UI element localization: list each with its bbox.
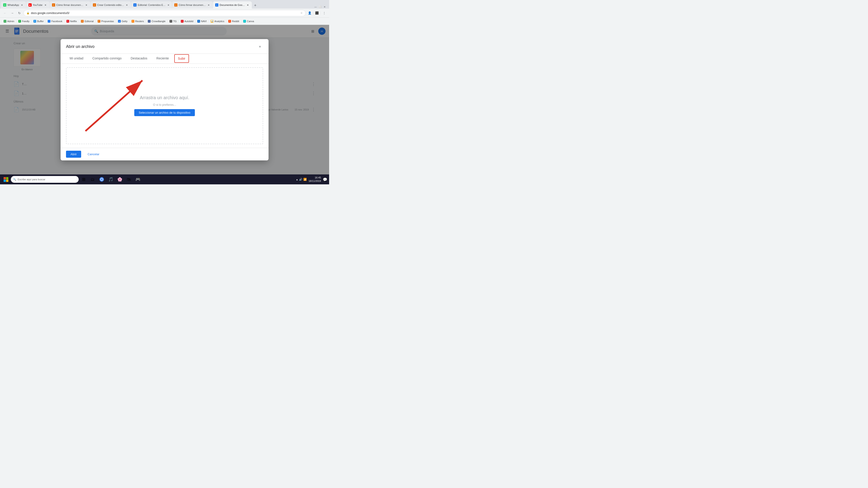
bookmark-canva[interactable]: C Canva	[241, 19, 256, 24]
tab-close-documentos[interactable]: ✕	[246, 3, 250, 7]
settings-icon[interactable]: ⋮	[321, 10, 327, 16]
bookmark-analytics[interactable]: 📊 Analytics	[209, 19, 226, 24]
chrome-icon[interactable]	[98, 175, 106, 184]
network-icon[interactable]: 📶	[303, 178, 307, 181]
bookmark-label-netflix: Netflix	[70, 20, 77, 23]
tray-up-icon[interactable]: ▲	[296, 178, 298, 181]
speaker-icon[interactable]: 🔊	[299, 178, 303, 181]
photos-icon[interactable]: 🌸	[116, 175, 124, 184]
open-file-modal: Abrir un archivo × Mi unidad Compartido …	[61, 39, 269, 160]
url-bar[interactable]: 🔒 docs.google.com/document/u/0/ ☆	[24, 10, 306, 16]
forward-button[interactable]: →	[9, 10, 16, 16]
bookmark-crowdtangle[interactable]: C Crowdtangle	[146, 19, 167, 24]
bookmark-reuters[interactable]: R Reuters	[130, 19, 146, 24]
bookmark-label-reddit: Reddit	[232, 20, 239, 23]
spotify-icon[interactable]: 🎵	[107, 175, 115, 184]
tab-label-editorial: Editorial: Contenidos E…	[138, 4, 165, 6]
clock-time: 16:45	[309, 176, 321, 180]
modal-close-button[interactable]: ×	[257, 43, 263, 50]
bookmark-favicon-editorial: E	[81, 20, 84, 23]
minimize-button[interactable]: —	[314, 5, 317, 8]
start-button[interactable]	[2, 175, 10, 184]
bookmark-favicon-analytics: 📊	[211, 20, 213, 23]
browser-frame: W WhatsApp ✕ ▶ YouTube ✕ C Cómo firmar d…	[0, 0, 329, 184]
bookmark-label-crowdtangle: Crowdtangle	[151, 20, 165, 23]
bookmark-favicon-reddit: R	[228, 20, 231, 23]
url-text: docs.google.com/document/u/0/	[31, 11, 69, 15]
address-bar-right: 👤 ⬛ ⋮	[307, 10, 327, 16]
bookmark-favicon-autobild: A	[181, 20, 184, 23]
select-file-button[interactable]: Seleccionar un archivo de tu dispositivo	[134, 109, 195, 116]
tab-destacados[interactable]: Destacados	[127, 54, 151, 64]
bookmark-label-getty: Getty	[122, 20, 127, 23]
tab-close-como-firmar2[interactable]: ✕	[207, 3, 211, 7]
bookmark-editorial[interactable]: E Editorial	[79, 19, 95, 24]
open-button[interactable]: Abrir	[66, 151, 81, 158]
bookmark-facebook[interactable]: f Facebook	[46, 19, 64, 24]
modal-header: Abrir un archivo ×	[61, 39, 269, 54]
task-view-icon[interactable]: ⊞	[80, 175, 88, 184]
tab-close-como-firmar[interactable]: ✕	[85, 3, 88, 7]
tab-mi-unidad[interactable]: Mi unidad	[66, 54, 87, 64]
bookmark-buffer[interactable]: B Buffer	[32, 19, 45, 24]
refresh-button[interactable]: ↻	[16, 10, 23, 16]
maximize-button[interactable]: ⬜	[318, 5, 322, 8]
tab-compartido[interactable]: Compartido conmigo	[89, 54, 125, 64]
bookmark-netflix[interactable]: N Netflix	[65, 19, 79, 24]
tab-editorial[interactable]: E Editorial: Contenidos E… ✕	[131, 1, 172, 8]
bookmark-favicon-netflix: N	[66, 20, 69, 23]
drop-zone-main-text: Arrastra un archivo aquí.	[140, 95, 189, 100]
star-icon[interactable]: ☆	[301, 11, 303, 14]
bookmark-favicon-admin: G	[4, 20, 6, 23]
bookmark-admin[interactable]: G Admin	[2, 19, 16, 24]
taskbar-app-icons: ⊞ 🗂 🎵 🌸 🛍 🎮	[80, 175, 142, 184]
tab-reciente[interactable]: Reciente	[153, 54, 173, 64]
cancel-button[interactable]: Cancelar	[83, 151, 104, 158]
url-bar-icons: ☆	[301, 11, 303, 14]
taskbar-search-icon: 🔍	[13, 178, 16, 181]
tab-crear[interactable]: C Crear Contenido edito… ✕	[91, 1, 131, 8]
bookmark-favicon-facebook: f	[48, 20, 51, 23]
modal-footer: Abrir Cancelar	[61, 148, 269, 160]
profile-icon[interactable]: 👤	[307, 10, 313, 16]
notification-icon[interactable]: 💬	[323, 177, 327, 182]
tab-close-whatsapp[interactable]: ✕	[20, 3, 24, 7]
drop-zone[interactable]: Arrastra un archivo aquí. O si lo prefie…	[66, 67, 263, 144]
tab-subir[interactable]: Subir	[174, 54, 189, 63]
new-tab-button[interactable]: +	[252, 2, 258, 8]
address-bar: ← → ↻ 🔒 docs.google.com/document/u/0/ ☆ …	[0, 8, 329, 18]
tab-label-youtube: YouTube	[33, 4, 42, 6]
drop-zone-sub-text: O si lo prefieres...	[153, 103, 176, 106]
store-icon[interactable]: 🛍	[125, 175, 133, 184]
close-button[interactable]: ✕	[323, 5, 327, 8]
tab-favicon-como-firmar2: C	[174, 3, 178, 6]
tab-whatsapp[interactable]: W WhatsApp ✕	[1, 1, 26, 8]
bookmark-reddit[interactable]: R Reddit	[226, 19, 241, 24]
tab-favicon-whatsapp: W	[3, 3, 6, 6]
tab-como-firmar[interactable]: C Cómo firmar documen… ✕	[50, 1, 90, 8]
tab-close-editorial[interactable]: ✕	[166, 3, 170, 7]
back-button[interactable]: ←	[2, 10, 8, 16]
bookmark-autobild[interactable]: A Autobild	[179, 19, 195, 24]
taskbar-search-bar[interactable]: 🔍 Escribe aquí para buscar	[11, 176, 79, 183]
tab-close-crear[interactable]: ✕	[125, 3, 129, 7]
bookmark-navi[interactable]: N NAVI	[195, 19, 209, 24]
tab-como-firmar2[interactable]: C Cómo firmar documen… ✕	[172, 1, 213, 8]
bookmark-favicon-propuestas: P	[98, 20, 100, 23]
file-explorer-icon[interactable]: 🗂	[89, 175, 97, 184]
bookmark-tg[interactable]: T TG	[168, 19, 178, 24]
taskbar: 🔍 Escribe aquí para buscar ⊞ 🗂 🎵 🌸 🛍 🎮 ▲…	[0, 174, 329, 184]
tab-documentos[interactable]: D Documentos de Goo… ✕	[213, 1, 252, 8]
svg-line-7	[86, 80, 143, 131]
tab-youtube[interactable]: ▶ YouTube ✕	[26, 1, 50, 8]
bookmark-favicon-crowdtangle: C	[148, 20, 151, 23]
game-icon[interactable]: 🎮	[134, 175, 142, 184]
bookmark-getty[interactable]: g Getty	[116, 19, 129, 24]
bookmark-feedly[interactable]: F Feedly	[17, 19, 31, 24]
bookmark-propuestas[interactable]: P Propuestas	[96, 19, 116, 24]
extensions-icon[interactable]: ⬛	[314, 10, 320, 16]
tab-label-como-firmar: Cómo firmar documen…	[56, 4, 84, 6]
bookmark-favicon-buffer: B	[33, 20, 36, 23]
tab-close-youtube[interactable]: ✕	[43, 3, 47, 7]
taskbar-clock[interactable]: 16:45 18/11/2019	[309, 176, 321, 183]
